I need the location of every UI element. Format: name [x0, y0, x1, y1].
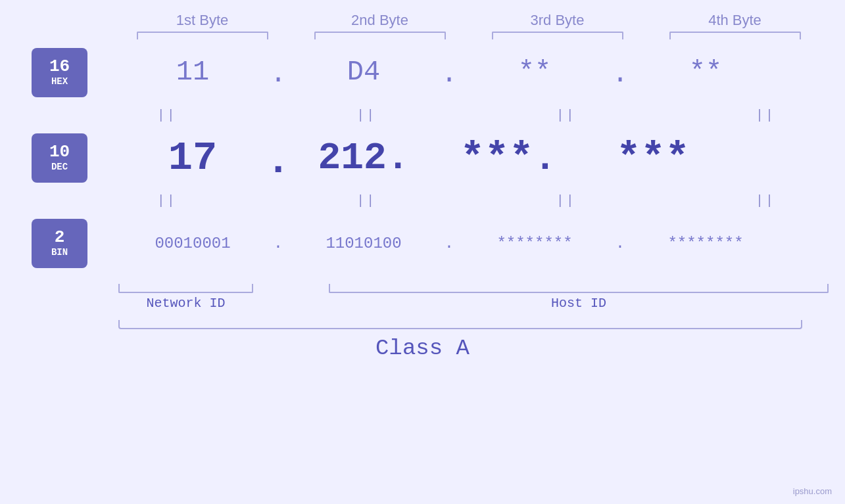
bottom-area: Network ID Host ID Class A — [0, 281, 845, 361]
bin-values: 00010001 . 11010100 . ******** . *******… — [120, 235, 845, 252]
class-bracket — [118, 320, 802, 329]
id-labels-row: Network ID Host ID — [118, 296, 829, 311]
watermark: ipshu.com — [793, 486, 832, 496]
sep-lines-1: || || || || — [87, 108, 845, 123]
hex-dot-2: . — [436, 58, 462, 90]
top-brackets — [114, 32, 824, 39]
dec-byte-1: 17 — [120, 135, 265, 181]
sep2-3: || — [494, 193, 639, 208]
hex-byte-1: 11 — [120, 57, 265, 88]
bracket-3 — [492, 32, 623, 39]
dec-badge-label: DEC — [51, 162, 68, 172]
class-bracket-container — [118, 320, 829, 329]
bracket-4 — [669, 32, 801, 39]
byte-header-3: 3rd Byte — [485, 12, 630, 29]
bottom-brackets-row — [118, 284, 829, 293]
sep-3: || — [494, 108, 639, 123]
bin-byte-3: ******** — [462, 235, 607, 252]
byte-header-2: 2nd Byte — [308, 12, 452, 29]
hex-byte-2: D4 — [291, 57, 436, 88]
sep-hex-dec: || || || || — [0, 105, 845, 125]
dec-values: 17 . 212. ***. *** — [120, 135, 845, 181]
host-id-label: Host ID — [329, 296, 829, 311]
hex-byte-4: ** — [633, 57, 778, 88]
network-id-bracket — [118, 284, 253, 293]
bin-dot-1: . — [265, 235, 291, 252]
sep2-4: || — [693, 193, 838, 208]
bin-badge: 2 BIN — [32, 219, 87, 268]
bin-byte-2: 11010100 — [291, 235, 436, 252]
bin-badge-label: BIN — [51, 247, 68, 258]
sep-4: || — [693, 108, 838, 123]
bracket-1 — [137, 32, 268, 39]
dec-byte-3: ***. — [436, 135, 581, 181]
sep2-2: || — [294, 193, 439, 208]
bracket-2 — [314, 32, 446, 39]
sep-2: || — [294, 108, 439, 123]
sep2-1: || — [95, 193, 239, 208]
bin-dot-3: . — [607, 235, 633, 252]
byte-header-4: 4th Byte — [663, 12, 808, 29]
main-container: 1st Byte 2nd Byte 3rd Byte 4th Byte 16 H… — [0, 0, 845, 504]
hex-byte-3: ** — [462, 57, 607, 88]
dec-byte-2: 212. — [291, 137, 436, 179]
class-a-label: Class A — [0, 336, 845, 361]
byte-header-1: 1st Byte — [130, 12, 275, 29]
dec-byte-4: *** — [581, 135, 725, 181]
hex-dot-1: . — [265, 58, 291, 90]
byte-headers-row: 1st Byte 2nd Byte 3rd Byte 4th Byte — [114, 12, 824, 29]
bin-row: 2 BIN 00010001 . 11010100 . ******** . *… — [0, 210, 845, 276]
bin-byte-1: 00010001 — [120, 235, 265, 252]
hex-row: 16 HEX 11 . D4 . ** . ** — [0, 39, 845, 105]
network-id-label: Network ID — [118, 296, 253, 311]
sep-dec-bin: || || || || — [0, 191, 845, 210]
host-id-bracket — [329, 284, 829, 293]
hex-values: 11 . D4 . ** . ** — [120, 57, 845, 88]
dec-badge: 10 DEC — [32, 133, 87, 183]
bin-dot-2: . — [436, 235, 462, 252]
hex-badge-label: HEX — [51, 76, 68, 87]
sep-1: || — [95, 108, 239, 123]
sep-lines-2: || || || || — [87, 193, 845, 208]
bin-byte-4: ******** — [633, 235, 778, 252]
bin-badge-number: 2 — [55, 229, 65, 246]
dec-dot-1: . — [265, 138, 291, 185]
dec-row: 10 DEC 17 . 212. ***. *** — [0, 125, 845, 191]
hex-dot-3: . — [607, 58, 633, 90]
hex-badge: 16 HEX — [32, 48, 87, 97]
hex-badge-number: 16 — [49, 58, 70, 75]
dec-badge-number: 10 — [49, 143, 70, 160]
